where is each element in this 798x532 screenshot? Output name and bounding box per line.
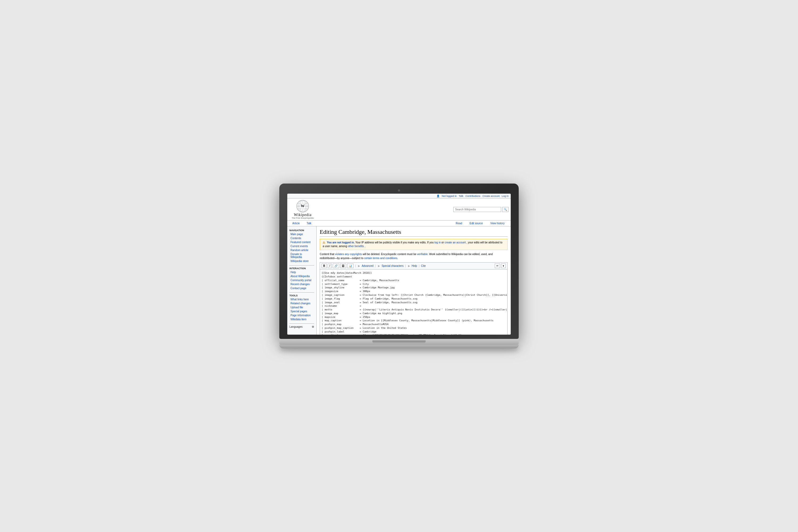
laptop-computer: 👤 Not logged in Talk Contributions Creat… bbox=[279, 184, 519, 348]
sidebar-item-related[interactable]: Related changes bbox=[287, 301, 316, 305]
sidebar-item-wikidata[interactable]: Wikidata item bbox=[287, 317, 316, 321]
tab-right-group: Read Edit source View history bbox=[453, 221, 509, 226]
search-area: 🔍 bbox=[453, 207, 509, 212]
warning-text-1: Your IP address will be publicly visible… bbox=[355, 241, 434, 244]
other-benefits-link[interactable]: other benefits bbox=[348, 245, 364, 248]
laptop-screen: 👤 Not logged in Talk Contributions Creat… bbox=[287, 194, 511, 335]
terms-link[interactable]: certain terms and conditions bbox=[364, 257, 397, 260]
create-account-link[interactable]: Create account bbox=[482, 194, 499, 197]
special-chars-dropdown[interactable]: Special characters bbox=[382, 264, 403, 267]
laptop-bottom bbox=[279, 345, 519, 348]
logo-area: W Wikipedia The Free Encyclopedia bbox=[289, 200, 316, 219]
sidebar-item-pageinfo[interactable]: Page information bbox=[287, 314, 316, 317]
pencil-button[interactable]: ✏ bbox=[495, 264, 500, 268]
italic-button[interactable]: I bbox=[328, 264, 332, 268]
sidebar-interaction-title: Interaction bbox=[287, 267, 316, 270]
sidebar-item-contents[interactable]: Contents bbox=[287, 236, 316, 240]
toolbar-sep-4: | bbox=[418, 264, 420, 267]
tab-view-history[interactable]: View history bbox=[487, 221, 508, 226]
sidebar-nav-title: Navigation bbox=[287, 228, 316, 232]
bold-button[interactable]: B bbox=[322, 264, 327, 268]
warning-icon: ⚠ bbox=[323, 241, 325, 244]
top-bar: 👤 Not logged in Talk Contributions Creat… bbox=[287, 194, 511, 198]
svg-text:W: W bbox=[301, 204, 305, 208]
create-account-warn-link[interactable]: create an account bbox=[444, 241, 466, 244]
not-logged-in-link[interactable]: Not logged in bbox=[442, 194, 457, 197]
nav-tabs: Article Talk Read Edit source View histo… bbox=[287, 221, 511, 226]
not-logged-in-warn-link[interactable]: You are not logged in. bbox=[327, 241, 355, 244]
log-in-link[interactable]: Log in bbox=[502, 194, 509, 197]
wiki-logo-title: Wikipedia bbox=[294, 213, 312, 217]
toolbar-arrow-1: ▶ bbox=[358, 264, 361, 267]
laptop-hinge bbox=[373, 341, 425, 343]
talk-link[interactable]: Talk bbox=[459, 194, 463, 197]
warning-or: or bbox=[441, 241, 445, 244]
extra-button[interactable]: 📊 bbox=[347, 264, 354, 268]
laptop-base bbox=[279, 339, 519, 345]
notice-text-1: Content that bbox=[320, 253, 335, 255]
notice-text-2: will be deleted. Encyclopedic content mu… bbox=[362, 253, 417, 255]
contributions-link[interactable]: Contributions bbox=[466, 194, 480, 197]
login-warning-box: ⚠ You are not logged in. Your IP address… bbox=[320, 239, 508, 250]
sidebar-item-featured[interactable]: Featured content bbox=[287, 240, 316, 244]
toolbar-arrow-3: ▶ bbox=[407, 264, 411, 267]
cite-dropdown[interactable]: Cite bbox=[421, 264, 426, 267]
toolbar-sep-2: | bbox=[375, 264, 376, 267]
sidebar-item-special[interactable]: Special pages bbox=[287, 309, 316, 314]
user-icon: 👤 bbox=[437, 194, 440, 197]
languages-label: Languages bbox=[289, 325, 303, 328]
tab-edit-source[interactable]: Edit source bbox=[467, 221, 486, 226]
advanced-dropdown[interactable]: Advanced bbox=[362, 264, 374, 267]
page-title: Editing Cambridge, Massachusetts bbox=[320, 228, 508, 237]
sidebar-interaction: Interaction Help About Wikipedia Communi… bbox=[287, 267, 316, 290]
sidebar-item-upload[interactable]: Upload file bbox=[287, 305, 316, 309]
log-in-warn-link[interactable]: log in bbox=[434, 241, 441, 244]
sidebar-tools: Tools What links here Related changes Up… bbox=[287, 294, 316, 321]
sidebar-item-recent[interactable]: Recent changes bbox=[287, 282, 316, 286]
wiki-logo-subtitle: The Free Encyclopedia bbox=[292, 217, 314, 219]
verifiable-link[interactable]: verifiable bbox=[417, 253, 428, 255]
toolbar-sep-1: | bbox=[355, 264, 357, 267]
sidebar-item-help[interactable]: Help bbox=[287, 270, 316, 274]
toolbar-right: ✏ ▾ bbox=[495, 264, 506, 268]
sidebar-item-about[interactable]: About Wikipedia bbox=[287, 274, 316, 278]
warning-period: . bbox=[365, 245, 365, 248]
languages-settings-icon[interactable]: ⚙ bbox=[312, 325, 314, 328]
toolbar-sep-3: | bbox=[404, 264, 406, 267]
wiki-body: Navigation Main page Contents Featured c… bbox=[287, 226, 511, 335]
search-input[interactable] bbox=[453, 207, 501, 212]
sidebar-item-whatlinks[interactable]: What links here bbox=[287, 298, 316, 301]
tab-article[interactable]: Article bbox=[289, 221, 303, 226]
copyright-link[interactable]: violates any copyrights bbox=[335, 253, 362, 255]
image-button[interactable]: 🖼 bbox=[340, 264, 346, 268]
wiki-header: W Wikipedia The Free Encyclopedia 🔍 bbox=[287, 198, 511, 221]
wikipedia-page: 👤 Not logged in Talk Contributions Creat… bbox=[287, 194, 511, 335]
toolbar-arrow-2: ▶ bbox=[377, 264, 381, 267]
search-button[interactable]: 🔍 bbox=[502, 207, 509, 212]
sidebar-sep-3 bbox=[289, 323, 314, 324]
sidebar-item-main-page[interactable]: Main page bbox=[287, 232, 316, 236]
sidebar-item-current-events[interactable]: Current events bbox=[287, 244, 316, 248]
wiki-editor-textarea[interactable]: {{Use mdy dates|date=March 2018}} {{Info… bbox=[320, 269, 508, 335]
copyright-notice: Content that violates any copyrights wil… bbox=[320, 252, 508, 260]
sidebar-item-donate[interactable]: Donate to Wikipedia bbox=[287, 252, 316, 259]
sidebar-navigation: Navigation Main page Contents Featured c… bbox=[287, 228, 316, 263]
link-button[interactable]: 🔗 bbox=[333, 264, 339, 268]
wikipedia-globe: W bbox=[296, 200, 309, 213]
camera bbox=[398, 189, 400, 191]
tab-read[interactable]: Read bbox=[453, 221, 465, 226]
notice-text-4: . bbox=[397, 257, 398, 260]
chevron-down-button[interactable]: ▾ bbox=[501, 264, 506, 268]
wiki-main-content: Editing Cambridge, Massachusetts ⚠ You a… bbox=[317, 226, 511, 335]
sidebar-item-store[interactable]: Wikipedia store bbox=[287, 259, 316, 263]
sidebar-tools-title: Tools bbox=[287, 294, 316, 298]
sidebar-item-community[interactable]: Community portal bbox=[287, 278, 316, 282]
sidebar-item-random[interactable]: Random article bbox=[287, 248, 316, 252]
sidebar: Navigation Main page Contents Featured c… bbox=[287, 226, 317, 335]
editor-toolbar: B I 🔗 🖼 📊 | ▶ Advanced | ▶ Special chara… bbox=[320, 262, 508, 269]
screen-bezel: 👤 Not logged in Talk Contributions Creat… bbox=[279, 184, 519, 339]
sidebar-languages: Languages ⚙ bbox=[287, 325, 316, 329]
sidebar-item-contact[interactable]: Contact page bbox=[287, 286, 316, 290]
help-dropdown[interactable]: Help bbox=[412, 264, 417, 267]
tab-talk[interactable]: Talk bbox=[304, 221, 315, 226]
